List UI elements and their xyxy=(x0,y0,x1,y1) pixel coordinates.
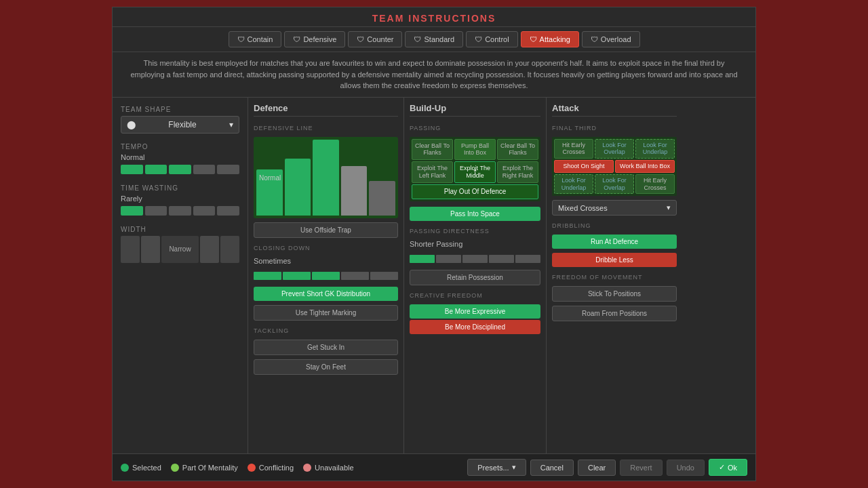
defence-header: Defence xyxy=(254,103,398,117)
tempo-slider[interactable] xyxy=(121,164,239,175)
chevron-down-icon-presets: ▾ xyxy=(512,463,516,472)
legend-conflicting: Conflicting xyxy=(248,464,294,472)
ft-look-for-underlap-top[interactable]: Look For Underlap xyxy=(635,139,675,159)
attack-section: Attack FINAL THIRD Hit Early Crosses Loo… xyxy=(547,98,682,454)
time-wasting-section: TIME WASTING Rarely xyxy=(121,184,239,216)
revert-button[interactable]: Revert xyxy=(620,460,662,476)
be-more-expressive-btn[interactable]: Be More Expressive xyxy=(410,304,540,319)
dribble-less-btn[interactable]: Dribble Less xyxy=(552,253,677,267)
buildup-section: Build-Up PASSING Clear Ball ToFlanks Pum… xyxy=(404,98,547,454)
mixed-crosses-label: Mixed Crosses xyxy=(558,204,608,212)
be-more-disciplined-btn[interactable]: Be More Disciplined xyxy=(410,320,540,334)
tab-control[interactable]: 🛡 Control xyxy=(466,31,517,47)
ft-look-for-overlap-top[interactable]: Look For Overlap xyxy=(595,139,634,159)
stick-to-positions-btn[interactable]: Stick To Positions xyxy=(552,286,677,302)
pass-cell-middle[interactable]: Exploit The Middle ↑ xyxy=(454,161,496,183)
shield-icon-counter: 🛡 xyxy=(357,35,364,43)
creative-freedom-buttons: Be More Expressive Be More Disciplined xyxy=(410,304,540,334)
defensive-line-visual: Normal xyxy=(254,137,398,218)
creative-freedom-label: CREATIVE FREEDOM xyxy=(410,292,540,299)
closing-down-label: CLOSING DOWN xyxy=(254,245,398,251)
tab-contain[interactable]: 🛡 Contain xyxy=(229,31,282,47)
ok-button[interactable]: ✓ Ok xyxy=(709,459,747,476)
ft-work-ball-into-box[interactable]: Work Ball Into Box xyxy=(615,160,675,173)
width-value: Narrow xyxy=(161,236,199,263)
time-wasting-value: Rarely xyxy=(121,195,239,203)
ft-row-bot: Look For Underlap Look For Overlap Hit E… xyxy=(554,174,675,195)
ft-hit-early-crosses-bot[interactable]: Hit Early Crosses xyxy=(635,174,675,195)
freedom-of-movement-label: FREEDOM OF MOVEMENT xyxy=(552,274,677,281)
pass-cell-right-flank[interactable]: Exploit TheRight Flank xyxy=(497,161,538,183)
legend-dot-selected xyxy=(121,464,129,472)
clear-button[interactable]: Clear xyxy=(578,460,616,476)
time-wasting-slider[interactable] xyxy=(121,205,239,216)
description-text: This mentality is best employed for matc… xyxy=(113,52,755,98)
footer-buttons: Presets... ▾ Cancel Clear Revert Undo ✓ … xyxy=(467,459,747,476)
use-offside-trap-btn[interactable]: Use Offside Trap xyxy=(254,222,398,238)
ft-look-for-underlap-bot[interactable]: Look For Underlap xyxy=(554,174,593,195)
buildup-header: Build-Up xyxy=(410,103,540,117)
pass-cell-clear-right[interactable]: Clear Ball ToFlanks xyxy=(497,139,538,161)
checkmark-icon: ✓ xyxy=(719,463,725,472)
pass-cell-left-flank[interactable]: Exploit TheLeft Flank xyxy=(412,161,453,183)
ft-look-for-overlap-bot[interactable]: Look For Overlap xyxy=(595,174,634,195)
closing-down-value: Sometimes xyxy=(254,257,398,265)
mixed-crosses-dropdown[interactable]: Mixed Crosses ▾ xyxy=(552,200,677,216)
shield-icon-attacking: 🛡 xyxy=(530,35,537,43)
legend-part-of-mentality: Part Of Mentality xyxy=(171,464,238,472)
tab-standard[interactable]: 🛡 Standard xyxy=(405,31,463,47)
team-shape-section: TEAM SHAPE ⬤ Flexible ▾ xyxy=(121,106,239,134)
pass-cell-pump[interactable]: Pump Ball Into Box xyxy=(454,139,496,161)
ft-hit-early-crosses-top[interactable]: Hit Early Crosses xyxy=(554,139,593,159)
prevent-short-gk-btn[interactable]: Prevent Short GK Distribution xyxy=(254,287,398,301)
chevron-down-icon-crosses: ▾ xyxy=(667,203,671,212)
mentality-tabs: 🛡 Contain 🛡 Defensive 🛡 Counter 🛡 Standa… xyxy=(113,27,755,52)
final-third-grid: Hit Early Crosses Look For Overlap Look … xyxy=(552,137,677,197)
def-line-normal-label: Normal xyxy=(259,174,281,181)
footer: Selected Part Of Mentality Conflicting U… xyxy=(113,453,755,481)
tempo-section: TEMPO Normal xyxy=(121,143,239,175)
tab-attacking[interactable]: 🛡 Attacking xyxy=(521,31,579,47)
chevron-down-icon: ▾ xyxy=(229,120,233,129)
pass-cell-clear-left[interactable]: Clear Ball ToFlanks xyxy=(412,139,453,161)
cancel-button[interactable]: Cancel xyxy=(530,460,574,476)
ft-row-top: Hit Early Crosses Look For Overlap Look … xyxy=(554,139,675,159)
tab-counter[interactable]: 🛡 Counter xyxy=(348,31,402,47)
use-tighter-marking-btn[interactable]: Use Tighter Marking xyxy=(254,305,398,321)
ft-shoot-on-sight[interactable]: Shoot On Sight xyxy=(554,160,614,173)
left-panel: TEAM SHAPE ⬤ Flexible ▾ TEMPO Normal xyxy=(113,98,248,454)
shield-icon-defensive: 🛡 xyxy=(293,35,300,43)
legend-dot-conflicting xyxy=(248,464,256,472)
run-at-defence-btn[interactable]: Run At Defence xyxy=(552,235,677,249)
passing-directness-slider[interactable] xyxy=(410,255,540,263)
mixed-crosses-row: Mixed Crosses ▾ xyxy=(552,200,677,216)
content-area: TEAM SHAPE ⬤ Flexible ▾ TEMPO Normal xyxy=(113,98,755,454)
passing-label: PASSING xyxy=(410,125,540,131)
ft-row-mid: Shoot On Sight Work Ball Into Box xyxy=(554,160,675,173)
undo-button[interactable]: Undo xyxy=(667,460,705,476)
shield-icon-contain: 🛡 xyxy=(237,35,245,43)
title-bar: TEAM INSTRUCTIONS xyxy=(113,7,755,27)
tab-overload[interactable]: 🛡 Overload xyxy=(582,31,640,47)
stay-on-feet-btn[interactable]: Stay On Feet xyxy=(254,359,398,375)
dribbling-label: DRIBBLING xyxy=(552,222,677,229)
team-shape-label: TEAM SHAPE xyxy=(121,106,239,113)
legend-selected: Selected xyxy=(121,464,161,472)
roam-from-positions-btn[interactable]: Roam From Positions xyxy=(552,306,677,321)
main-panel: TEAM INSTRUCTIONS 🛡 Contain 🛡 Defensive … xyxy=(112,7,756,481)
shield-icon-control: 🛡 xyxy=(475,35,482,43)
shield-icon-overload: 🛡 xyxy=(591,35,598,43)
width-slider[interactable]: Narrow xyxy=(121,236,239,263)
passing-grid: Clear Ball ToFlanks Pump Ball Into Box C… xyxy=(410,137,540,201)
tab-defensive[interactable]: 🛡 Defensive xyxy=(284,31,345,47)
pass-cell-play-out[interactable]: Play Out Of Defence xyxy=(412,184,538,199)
page-title: TEAM INSTRUCTIONS xyxy=(113,13,755,24)
presets-button[interactable]: Presets... ▾ xyxy=(467,459,526,476)
get-stuck-in-btn[interactable]: Get Stuck In xyxy=(254,340,398,355)
retain-possession-btn[interactable]: Retain Possession xyxy=(410,270,540,285)
pass-into-space-btn[interactable]: Pass Into Space xyxy=(410,207,540,221)
shield-icon-standard: 🛡 xyxy=(414,35,421,43)
legend-dot-mentality xyxy=(171,464,179,472)
closing-down-slider[interactable] xyxy=(254,272,398,280)
team-shape-select[interactable]: ⬤ Flexible ▾ xyxy=(121,116,239,134)
